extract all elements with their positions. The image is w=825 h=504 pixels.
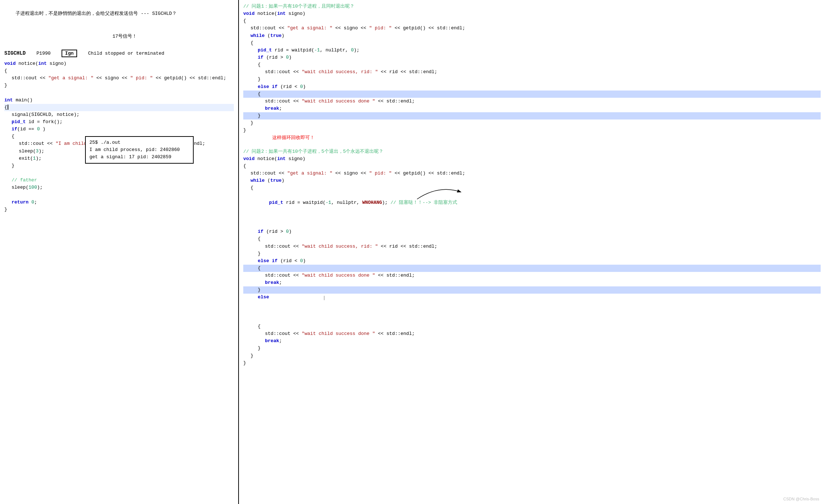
terminal-box: 25$ ./a.out I am child process, pid: 240… bbox=[85, 136, 194, 164]
q2-cout: std::cout << "get a signal: " << signo <… bbox=[243, 170, 821, 177]
q2-close2: } bbox=[243, 352, 821, 360]
code-line-1: void notice(int signo) bbox=[4, 60, 234, 67]
q2-break1: break; bbox=[243, 279, 821, 286]
q2-elif: else if (rid < 0) bbox=[243, 257, 821, 265]
q2-cout2: std::cout << "wait child success, rid: "… bbox=[243, 243, 821, 250]
q2-while: while (true) bbox=[243, 177, 821, 184]
signal-number-text: 17号信号！ bbox=[113, 34, 137, 39]
q1-open3: { bbox=[243, 61, 821, 68]
header-comment: 子进程退出时，不是静悄悄的退出的，会给父进程发送信号 --- SIGCHLD？ bbox=[4, 3, 234, 25]
q1-close4: } bbox=[243, 112, 821, 119]
q1-close: } bbox=[243, 127, 821, 134]
q2-else: else | bbox=[243, 294, 821, 323]
code-line-2: { bbox=[4, 67, 234, 75]
code-line-16: sleep(100); bbox=[4, 184, 234, 191]
q2-cout4: std::cout << "wait child success done " … bbox=[243, 330, 821, 337]
q2-open3: { bbox=[243, 235, 821, 243]
signal-table: SIGCHLD P1990 Ign Child stopped or termi… bbox=[4, 50, 234, 57]
q1-if-rid: if (rid > 0) bbox=[243, 54, 821, 61]
q2-open: { bbox=[243, 163, 821, 170]
q1-void: void notice(int signo) bbox=[243, 10, 821, 17]
q1-cout3: std::cout << "wait child success done " … bbox=[243, 98, 821, 105]
q1-waitpid: pid_t rid = waitpid(-1, nullptr, 0); bbox=[243, 47, 821, 54]
q1-annotation: 这样循环回收即可！ bbox=[243, 134, 821, 142]
q2-open2: { bbox=[243, 184, 821, 192]
q1-cout2: std::cout << "wait child success, rid: "… bbox=[243, 68, 821, 76]
code-line-6: { bbox=[4, 104, 234, 111]
q1-close2: } bbox=[243, 119, 821, 127]
q1-open4: { bbox=[243, 91, 821, 98]
signal-action: Ign bbox=[62, 50, 77, 57]
terminal-line-3: get a signal: 17 pid: 2402859 bbox=[89, 154, 189, 161]
q2-close3: } bbox=[243, 250, 821, 257]
q2-open5: { bbox=[243, 323, 821, 330]
terminal-line-1: 25$ ./a.out bbox=[89, 139, 189, 146]
code-line-15: // father bbox=[4, 177, 234, 184]
code-line-blank3 bbox=[4, 191, 234, 198]
q2-break2: break; bbox=[243, 337, 821, 345]
q2-comment: // 问题2：如果一共有10个子进程，5个退出，5个永远不退出呢？ bbox=[243, 148, 821, 155]
code-line-3: std::cout << "get a signal: " << signo <… bbox=[4, 75, 234, 82]
q1-comment: // 问题1：如果一共有10个子进程，且同时退出呢？ bbox=[243, 3, 821, 10]
q1-break: break; bbox=[243, 105, 821, 112]
q1-cout: std::cout << "get a signal: " << signo <… bbox=[243, 25, 821, 32]
code-line-5: int main() bbox=[4, 97, 234, 104]
code-line-blank1 bbox=[4, 89, 234, 96]
q1-while: while (true) bbox=[243, 32, 821, 39]
code-line-18: } bbox=[4, 206, 234, 213]
signal-number-label: 17号信号！ bbox=[4, 25, 234, 47]
q2-close: } bbox=[243, 360, 821, 367]
header-comment-text: 子进程退出时，不是静悄悄的退出的，会给父进程发送信号 --- SIGCHLD？ bbox=[16, 11, 177, 16]
signal-num: P1990 bbox=[37, 51, 51, 56]
q1-elif: else if (rid < 0) bbox=[243, 83, 821, 91]
q2-cout3: std::cout << "wait child success done " … bbox=[243, 272, 821, 279]
csdn-watermark: CSDN @Chris-Boss bbox=[783, 497, 819, 501]
signal-name: SIGCHLD bbox=[4, 50, 26, 56]
code-line-4: } bbox=[4, 82, 234, 89]
q2-void: void notice(int signo) bbox=[243, 155, 821, 163]
terminal-line-2: I am child process, pid: 2402860 bbox=[89, 146, 189, 154]
q1-close3: } bbox=[243, 76, 821, 83]
code-line-8: pid_t id = fork(); bbox=[4, 118, 234, 126]
q2-close4: } bbox=[243, 286, 821, 294]
q2-close5: } bbox=[243, 345, 821, 352]
q2-waitpid: pid_t rid = waitpid(-1, nullptr, WNOHANG… bbox=[243, 192, 821, 228]
right-panel: // 问题1：如果一共有10个子进程，且同时退出呢？ void notice(i… bbox=[239, 0, 825, 504]
code-line-9: if(id == 0 ) bbox=[4, 126, 234, 133]
signal-desc: Child stopped or terminated bbox=[88, 51, 164, 56]
q2-if-rid: if (rid > 0) bbox=[243, 228, 821, 235]
q1-open2: { bbox=[243, 39, 821, 47]
code-line-17: return 0; bbox=[4, 199, 234, 206]
code-line-7: signal(SIGCHLD, notice); bbox=[4, 111, 234, 118]
q2-open4: { bbox=[243, 265, 821, 272]
left-panel: 子进程退出时，不是静悄悄的退出的，会给父进程发送信号 --- SIGCHLD？ … bbox=[0, 0, 239, 504]
q1-open: { bbox=[243, 17, 821, 25]
code-line-blank2 bbox=[4, 169, 234, 177]
